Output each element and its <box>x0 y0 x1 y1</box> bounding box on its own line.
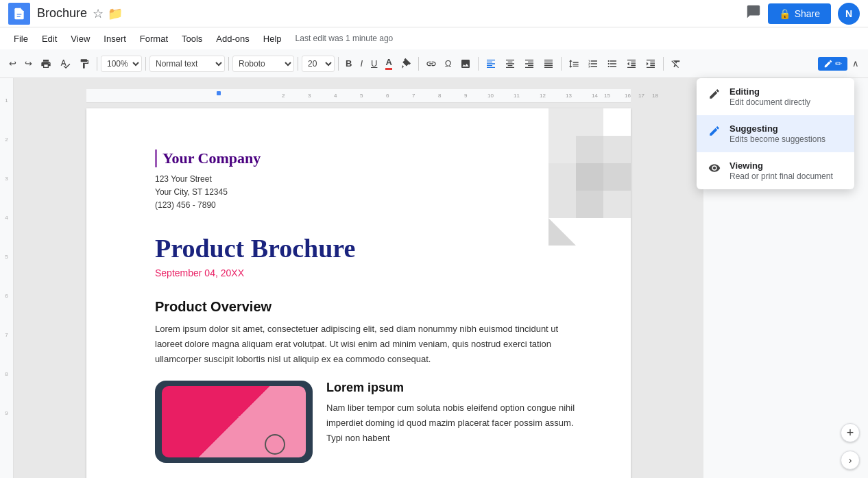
italic-button[interactable]: I <box>357 56 366 71</box>
menu-addons[interactable]: Add-ons <box>210 32 254 46</box>
suggesting-option-title: Suggesting <box>730 123 825 134</box>
mode-option-viewing[interactable]: Viewing Read or print final document <box>697 152 854 189</box>
menu-tools[interactable]: Tools <box>176 32 208 46</box>
viewing-icon <box>708 161 721 175</box>
line-spacing-button[interactable] <box>565 56 583 72</box>
product-date: September 04, 20XX <box>155 267 576 278</box>
divider-3 <box>228 57 229 71</box>
viewing-option-desc: Read or print final document <box>730 171 833 181</box>
edit-mode-button[interactable]: ✏ <box>818 57 847 71</box>
divider-4 <box>298 57 298 71</box>
menu-edit[interactable]: Edit <box>36 32 62 46</box>
left-gutter: 1 2 3 4 5 6 7 8 9 <box>0 78 14 478</box>
align-right-button[interactable] <box>520 56 538 72</box>
decorative-shapes <box>480 108 631 246</box>
menu-view[interactable]: View <box>65 32 95 46</box>
divider-8 <box>561 57 562 71</box>
insert-special-button[interactable]: Ω <box>442 56 455 71</box>
menu-format[interactable]: Format <box>134 32 173 46</box>
title-actions: ☆ 📁 <box>93 6 123 21</box>
text-color-button[interactable]: A <box>382 54 395 73</box>
undo-button[interactable]: ↩ <box>5 56 20 71</box>
body-text: Lorem ipsum dolor sit amet, consectetuer… <box>155 322 576 367</box>
editing-option-text: Editing Edit document directly <box>730 86 810 107</box>
section-title: Product Overview <box>155 299 576 315</box>
font-select[interactable]: Roboto Arial Georgia <box>232 56 294 72</box>
align-center-button[interactable] <box>501 56 519 72</box>
editing-option-desc: Edit document directly <box>730 97 810 107</box>
svg-marker-6 <box>576 163 631 218</box>
divider-6 <box>418 57 419 71</box>
toolbar-collapse-button[interactable]: ∧ <box>849 56 863 71</box>
suggesting-option-desc: Edits become suggestions <box>730 134 825 144</box>
comment-button[interactable] <box>746 4 761 23</box>
document-area: 2 3 4 5 6 7 8 9 10 11 12 13 14 15 16 17 … <box>14 78 703 478</box>
viewing-option-title: Viewing <box>730 160 833 171</box>
bullet-list-button[interactable] <box>603 56 621 72</box>
editing-option-title: Editing <box>730 86 810 97</box>
underline-button[interactable]: U <box>367 56 381 71</box>
style-select[interactable]: Normal text Heading 1 Heading 2 <box>149 56 225 72</box>
font-size-select[interactable]: 20 12 14 18 24 <box>302 56 335 72</box>
content-row: Lorem ipsum Nam liber tempor cum soluta … <box>155 381 576 463</box>
collapse-panel-button[interactable]: › <box>841 451 860 470</box>
divider-2 <box>145 57 146 71</box>
align-left-button[interactable] <box>482 56 500 72</box>
phone-home-button <box>265 434 285 455</box>
app-icon <box>8 3 30 25</box>
insert-image-button[interactable] <box>457 56 474 72</box>
indent-decrease-button[interactable] <box>623 56 640 72</box>
folder-icon[interactable]: 📁 <box>108 6 123 21</box>
star-icon[interactable]: ☆ <box>93 6 104 21</box>
main-area: 1 2 3 4 5 6 7 8 9 2 3 4 5 6 7 8 9 10 <box>0 78 868 478</box>
mode-option-editing[interactable]: Editing Edit document directly <box>697 78 854 115</box>
spellcheck-button[interactable] <box>56 56 74 72</box>
mode-option-suggesting[interactable]: Suggesting Edits become suggestions <box>697 115 854 152</box>
divider-7 <box>478 57 479 71</box>
lock-icon: 🔒 <box>779 8 791 19</box>
share-button[interactable]: 🔒 Share <box>768 3 831 24</box>
avatar[interactable]: N <box>838 3 860 25</box>
header-right: 🔒 Share N <box>746 3 860 25</box>
document-title: Brochure <box>37 6 87 21</box>
menu-help[interactable]: Help <box>258 32 287 46</box>
lorem-block: Lorem ipsum Nam liber tempor cum soluta … <box>326 381 576 446</box>
editing-icon <box>708 87 721 101</box>
suggesting-option-text: Suggesting Edits become suggestions <box>730 123 825 144</box>
lorem-text: Nam liber tempor cum soluta nobis eleife… <box>326 401 576 446</box>
menu-insert[interactable]: Insert <box>98 32 132 46</box>
paint-format-button[interactable] <box>75 56 93 72</box>
viewing-option-text: Viewing Read or print final document <box>730 160 833 181</box>
bold-button[interactable]: B <box>342 56 355 71</box>
mode-dropdown: Editing Edit document directly Suggestin… <box>697 78 854 189</box>
clear-format-button[interactable] <box>667 56 685 72</box>
menu-bar: File Edit View Insert Format Tools Add-o… <box>0 27 868 49</box>
print-button[interactable] <box>37 56 55 72</box>
align-justify-button[interactable] <box>540 56 557 72</box>
lorem-title: Lorem ipsum <box>326 381 576 395</box>
phone-image <box>155 381 313 463</box>
divider-1 <box>97 57 97 71</box>
highlight-button[interactable] <box>397 56 415 72</box>
add-button[interactable]: + <box>841 423 860 442</box>
indent-increase-button[interactable] <box>642 56 660 72</box>
svg-marker-5 <box>548 218 576 246</box>
suggesting-icon <box>708 124 721 138</box>
last-edit-label: Last edit was 1 minute ago <box>296 34 394 43</box>
document-page: Your Company 123 Your Street Your City, … <box>86 108 631 478</box>
redo-button[interactable]: ↪ <box>21 56 36 71</box>
ruler: 2 3 4 5 6 7 8 9 10 11 12 13 14 15 16 17 … <box>86 89 631 103</box>
zoom-select[interactable]: 100% 75% 125% <box>101 56 142 72</box>
right-panel: Editing Edit document directly Suggestin… <box>703 78 868 478</box>
numbered-list-button[interactable] <box>584 56 602 72</box>
link-button[interactable] <box>422 56 440 72</box>
menu-file[interactable]: File <box>8 32 34 46</box>
title-bar: Brochure ☆ 📁 🔒 Share N <box>0 0 868 27</box>
share-label: Share <box>795 8 820 19</box>
divider-9 <box>663 57 664 71</box>
toolbar: ↩ ↪ 100% 75% 125% Normal text Heading 1 … <box>0 49 868 78</box>
divider-5 <box>338 57 339 71</box>
